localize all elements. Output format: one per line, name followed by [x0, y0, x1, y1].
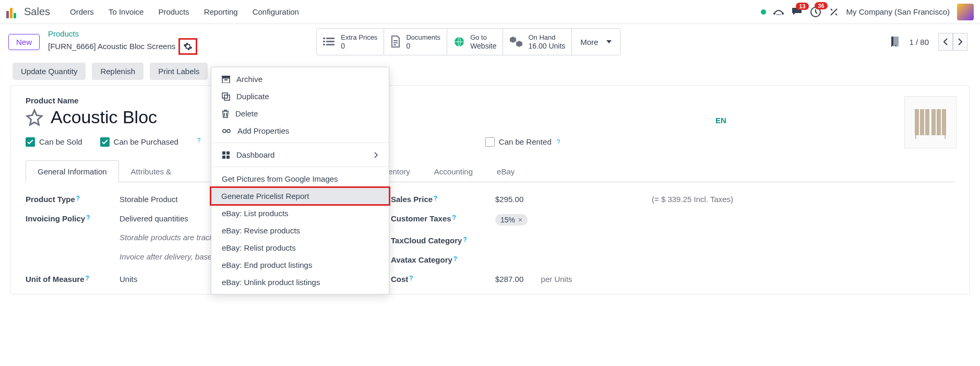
- svg-rect-10: [323, 44, 325, 45]
- can-be-sold-checkbox[interactable]: Can be Sold: [26, 137, 82, 147]
- document-icon: [390, 36, 401, 48]
- svg-rect-6: [323, 38, 325, 39]
- sales-price-incl-taxes: (= $ 339.25 Incl. Taxes): [652, 195, 954, 204]
- boxes-icon: [509, 36, 523, 48]
- status-indicator: [761, 9, 766, 15]
- new-button[interactable]: New: [8, 34, 40, 50]
- onhand-value: 16.00 Units: [528, 42, 565, 50]
- update-quantity-button[interactable]: Update Quantity: [13, 63, 86, 80]
- nav-configuration[interactable]: Configuration: [245, 3, 306, 20]
- dropdown-generate-pricelist[interactable]: Generate Pricelist Report: [211, 187, 389, 205]
- app-name: Sales: [24, 6, 50, 18]
- can-be-rented-checkbox[interactable]: Can be Rented ?: [485, 137, 560, 147]
- help-icon[interactable]: ?: [197, 137, 201, 144]
- dropdown-ebay-list[interactable]: eBay: List products: [211, 205, 389, 222]
- svg-point-0: [773, 13, 775, 15]
- gear-button[interactable]: [178, 38, 197, 55]
- svg-rect-28: [937, 109, 941, 135]
- can-be-purchased-checkbox[interactable]: Can be Purchased: [100, 137, 178, 147]
- svg-rect-17: [224, 95, 230, 100]
- help-icon[interactable]: ?: [434, 195, 437, 202]
- debug-icon[interactable]: [829, 7, 839, 17]
- company-selector[interactable]: My Company (San Francisco): [846, 7, 950, 16]
- svg-rect-27: [931, 109, 936, 135]
- svg-rect-7: [326, 38, 334, 39]
- svg-rect-11: [326, 44, 334, 45]
- bookmark-icon[interactable]: [890, 36, 900, 48]
- dropdown-delete[interactable]: Delete: [211, 105, 389, 122]
- chevron-right-icon: [374, 152, 378, 158]
- statbox-more[interactable]: More: [572, 28, 620, 55]
- sales-price-label: Sales Price?: [391, 195, 495, 204]
- pager-text: 1 / 80: [909, 38, 929, 46]
- svg-rect-23: [226, 156, 230, 159]
- product-type-label: Product Type?: [26, 195, 119, 204]
- svg-rect-13: [222, 76, 230, 78]
- dropdown-duplicate[interactable]: Duplicate: [211, 88, 389, 105]
- sales-price-value[interactable]: $295.00: [495, 195, 652, 204]
- print-labels-button[interactable]: Print Labels: [150, 63, 208, 80]
- voip-icon[interactable]: [773, 8, 784, 16]
- nav-reporting[interactable]: Reporting: [197, 3, 245, 20]
- help-icon[interactable]: ?: [557, 138, 560, 146]
- website-label: Go to: [470, 33, 496, 42]
- messages-badge: 13: [796, 3, 808, 10]
- user-avatar[interactable]: [957, 4, 974, 20]
- help-icon[interactable]: ?: [452, 214, 456, 221]
- help-icon[interactable]: ?: [463, 236, 467, 243]
- statbox-documents[interactable]: Documents0: [384, 28, 447, 55]
- tab-attributes-variants[interactable]: Attributes &: [119, 160, 184, 182]
- svg-point-19: [227, 129, 230, 133]
- svg-rect-16: [222, 93, 228, 98]
- svg-rect-14: [222, 78, 230, 83]
- language-badge[interactable]: EN: [715, 116, 726, 125]
- help-icon[interactable]: ?: [409, 275, 413, 282]
- dropdown-ebay-relist[interactable]: eBay: Relist products: [211, 239, 389, 256]
- help-icon[interactable]: ?: [76, 195, 80, 202]
- caret-down-icon: [606, 40, 612, 43]
- statbox-onhand[interactable]: On Hand16.00 Units: [503, 28, 572, 55]
- statbox-extra-prices[interactable]: Extra Prices0: [316, 28, 384, 55]
- dropdown-ebay-revise[interactable]: eBay: Revise products: [211, 222, 389, 239]
- svg-point-4: [780, 14, 781, 15]
- help-icon[interactable]: ?: [86, 214, 90, 221]
- replenish-button[interactable]: Replenish: [92, 63, 144, 80]
- help-icon[interactable]: ?: [453, 255, 457, 263]
- cost-value[interactable]: $287.00 per Units: [495, 275, 652, 284]
- list-icon: [323, 37, 336, 47]
- duplicate-icon: [222, 92, 230, 101]
- svg-rect-8: [323, 41, 325, 42]
- activities-icon[interactable]: 36: [810, 6, 821, 18]
- tab-ebay[interactable]: eBay: [485, 160, 527, 182]
- dropdown-ebay-unlink[interactable]: eBay: Unlink product listings: [211, 274, 389, 291]
- pager-prev[interactable]: [938, 33, 953, 51]
- extra-prices-label: Extra Prices: [341, 33, 377, 42]
- svg-rect-24: [915, 109, 919, 135]
- dropdown-archive[interactable]: Archive: [211, 70, 389, 88]
- nav-products[interactable]: Products: [151, 3, 196, 20]
- product-name-value[interactable]: Acoustic Bloc: [51, 107, 157, 127]
- messages-icon[interactable]: 13: [791, 7, 803, 17]
- documents-value: 0: [406, 42, 440, 50]
- trash-icon: [222, 110, 229, 118]
- nav-to-invoice[interactable]: To Invoice: [101, 3, 151, 20]
- remove-tag-icon[interactable]: ×: [518, 216, 522, 224]
- product-image[interactable]: [904, 96, 957, 148]
- breadcrumb-current: [FURN_6666] Acoustic Bloc Screens: [48, 42, 175, 51]
- help-icon[interactable]: ?: [86, 275, 89, 282]
- tab-accounting[interactable]: Accounting: [422, 160, 485, 182]
- nav-orders[interactable]: Orders: [63, 3, 101, 20]
- pager-next[interactable]: [953, 33, 967, 51]
- dropdown-dashboard[interactable]: Dashboard: [211, 146, 389, 163]
- breadcrumb-parent[interactable]: Products: [48, 29, 197, 38]
- svg-rect-25: [920, 109, 924, 135]
- dropdown-ebay-end[interactable]: eBay: End product listings: [211, 256, 389, 274]
- statbox-website[interactable]: Go toWebsite: [447, 28, 503, 55]
- tab-general-information[interactable]: General Information: [26, 160, 119, 182]
- dropdown-add-properties[interactable]: Add Properties: [211, 122, 389, 139]
- favorite-star-icon[interactable]: [26, 109, 43, 126]
- app-logo[interactable]: [6, 6, 19, 18]
- customer-taxes-value[interactable]: 15% ×: [495, 214, 652, 226]
- dropdown-google-images[interactable]: Get Pictures from Google Images: [211, 170, 389, 187]
- svg-point-18: [223, 129, 226, 133]
